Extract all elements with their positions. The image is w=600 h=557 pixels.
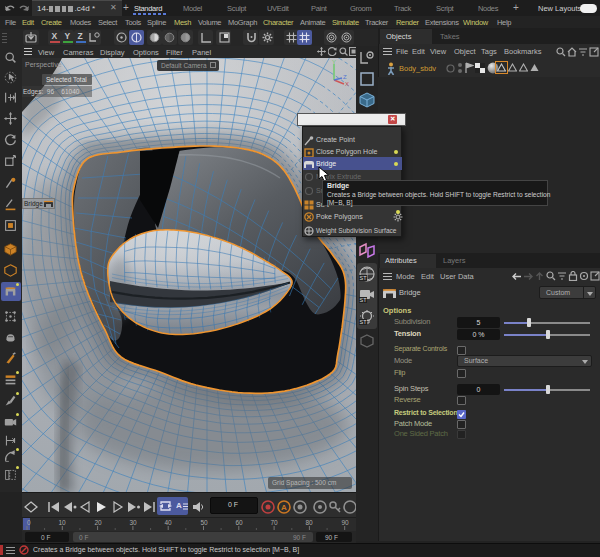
svg-text:70: 70 [270, 519, 278, 526]
svg-text:10: 10 [58, 519, 66, 526]
svg-text:40: 40 [164, 519, 172, 526]
svg-text:ST: ST [360, 297, 368, 303]
svg-text:Z: Z [343, 74, 347, 80]
svg-text:80: 80 [305, 519, 313, 526]
svg-text:30: 30 [129, 519, 137, 526]
svg-text:ST: ST [360, 319, 368, 325]
svg-text:A: A [281, 503, 287, 512]
svg-text:60: 60 [235, 519, 243, 526]
svg-text:Y: Y [332, 59, 336, 65]
svg-text:90: 90 [341, 519, 349, 526]
svg-text:X: X [345, 81, 349, 87]
svg-text:50: 50 [200, 519, 208, 526]
svg-text:20: 20 [94, 519, 102, 526]
svg-text:ST: ST [360, 275, 368, 281]
svg-text:0: 0 [27, 519, 31, 526]
